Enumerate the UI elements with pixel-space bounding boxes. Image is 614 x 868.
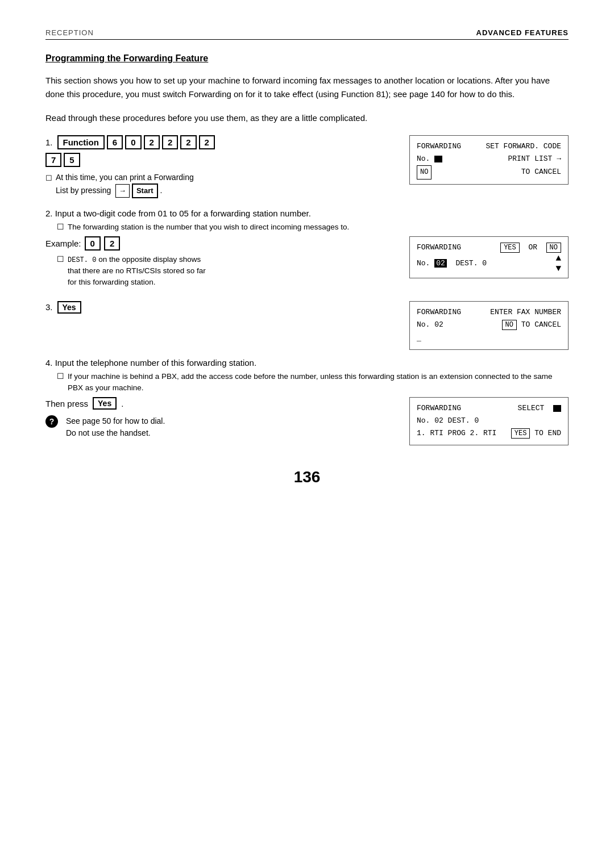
display3-row2: No. 02 NO TO CANCEL: [417, 319, 561, 331]
step4-subnote: ☐ If your machine is behind a PBX, add t…: [57, 371, 569, 394]
step3-label: 3. Yes: [45, 301, 392, 314]
step1-keys: 1. Function 6 0 2 2 2 2: [45, 135, 392, 149]
info-line1: See page 50 for how to dial.: [66, 416, 165, 425]
intro-paragraph: This section shows you how to set up you…: [45, 74, 569, 101]
step1-checkbox: ☐ At this time, you can print a Forwardi…: [45, 172, 392, 198]
start-key: Start: [132, 183, 158, 198]
step3-display: FORWARDING ENTER FAX NUMBER No. 02 NO TO…: [409, 301, 569, 350]
step4-text: Input the telephone number of this forwa…: [55, 358, 256, 368]
arrow-right-key: →: [115, 184, 130, 198]
display3-row1: FORWARDING ENTER FAX NUMBER: [417, 306, 561, 319]
display2-02: 02: [434, 259, 447, 268]
display4-select-row: SELECT: [518, 402, 561, 415]
step3-block: 3. Yes FORWARDING ENTER FAX NUMBER No. 0…: [45, 301, 569, 350]
display1-row1: FORWARDING SET FORWARD. CODE: [417, 140, 561, 153]
read-note: Read through these procedures before you…: [45, 111, 569, 125]
header-right: Advanced Features: [476, 28, 569, 37]
function-key: Function: [57, 135, 105, 149]
key-2c: 2: [180, 135, 196, 149]
display3-enter-fax: ENTER FAX NUMBER: [490, 306, 561, 319]
display3-no-box: NO: [502, 320, 517, 330]
step3-left: 3. Yes: [45, 301, 409, 314]
display3-no02: No. 02: [417, 319, 443, 331]
step4-number: 4.: [45, 358, 55, 368]
display2-yes-or-no: YES OR NO: [500, 241, 561, 254]
display3-no-cancel: NO TO CANCEL: [502, 319, 561, 331]
info-text: See page 50 for how to dial. Do not use …: [66, 415, 165, 439]
step3-number: 3.: [45, 302, 53, 312]
key-5: 5: [64, 153, 80, 167]
step1-block: 1. Function 6 0 2 2 2 2 7 5 ☐ At this ti…: [45, 135, 569, 201]
then-press-left: Then press Yes . ? See page 50 for how t…: [45, 397, 409, 439]
display2-forwarding: FORWARDING: [417, 241, 461, 254]
step1-number: 1.: [45, 137, 53, 147]
display1-no-box: NO: [417, 165, 432, 179]
display2-no02: No. 02 DEST. 0: [417, 257, 487, 270]
step2-number: 2.: [45, 208, 55, 218]
display3-forwarding: FORWARDING: [417, 306, 461, 319]
display1-forwarding: FORWARDING: [417, 140, 461, 153]
then-press-text: Then press: [45, 399, 88, 408]
info-icon: ?: [45, 415, 58, 428]
step4-subnote-text: If your machine is behind a PBX, add the…: [68, 371, 569, 394]
page: Reception Advanced Features Programming …: [0, 0, 614, 868]
section-title: Programming the Forwarding Feature: [45, 53, 569, 64]
checkbox-sym3: ☐: [57, 254, 64, 265]
yes-button: Yes: [57, 301, 81, 314]
step2-example-left: Example: 0 2 ☐ DEST. 0 on the opposite d…: [45, 236, 409, 292]
checkbox-sym2: ☐: [57, 222, 64, 233]
dest-note-text: DEST. 0 on the opposite display shows th…: [68, 254, 206, 289]
step1-left: 1. Function 6 0 2 2 2 2 7 5 ☐ At this ti…: [45, 135, 409, 201]
then-press-dot: .: [121, 399, 123, 408]
step2-subnote-text: The forwarding station is the number tha…: [68, 222, 349, 233]
page-header: Reception Advanced Features: [45, 28, 569, 40]
key-2d: 2: [199, 135, 215, 149]
then-press-yes: Yes: [93, 397, 117, 410]
step4-block: 4. Input the telephone number of this fo…: [45, 358, 569, 445]
display4-yes-box: YES: [511, 428, 530, 439]
checkbox-sym4: ☐: [57, 371, 64, 382]
example-key-0: 0: [85, 236, 101, 251]
step2-header: 2. Input a two-digit code from 01 to 05 …: [45, 208, 569, 218]
key-2a: 2: [144, 135, 160, 149]
display1-cursor: [434, 156, 442, 162]
arrow-col: ▲ ▼: [555, 254, 561, 273]
display1-row2: No. PRINT LIST →: [417, 153, 561, 165]
page-number: 136: [45, 468, 569, 486]
key-2b: 2: [162, 135, 178, 149]
yes-box-small: YES: [500, 243, 520, 253]
example-key-2: 2: [104, 236, 120, 251]
step2-display: FORWARDING YES OR NO No. 02 DEST. 0 ▲ ▼: [409, 236, 569, 278]
step4-display: FORWARDING SELECT No. 02 DEST. 0 1. RTI …: [409, 397, 569, 445]
checkbox-symbol: ☐: [45, 173, 52, 184]
key-7: 7: [45, 153, 61, 167]
display1-set-forward: SET FORWARD. CODE: [486, 140, 561, 153]
display1-to-cancel: TO CANCEL: [521, 166, 561, 178]
display4-no02dest: No. 02 DEST. 0: [417, 416, 479, 425]
display4-row2: No. 02 DEST. 0: [417, 415, 561, 427]
display1-no: No.: [417, 153, 442, 165]
example-row: Example: 0 2: [45, 236, 392, 251]
display4-cursor: [553, 405, 561, 412]
dest-note: ☐ DEST. 0 on the opposite display shows …: [57, 254, 392, 289]
display4-forwarding: FORWARDING: [417, 402, 461, 415]
display4-row1: FORWARDING SELECT: [417, 402, 561, 415]
display3-row3: _: [417, 332, 561, 345]
up-arrow-icon: ▲: [555, 254, 561, 263]
key-6: 6: [107, 135, 123, 149]
no-box-small: NO: [546, 243, 561, 253]
step2-subnote: ☐ The forwarding station is the number t…: [57, 222, 569, 233]
step1-display: FORWARDING SET FORWARD. CODE No. PRINT L…: [409, 135, 569, 185]
display4-rti: 1. RTI PROG 2. RTI: [417, 427, 496, 440]
step2-example-block: Example: 0 2 ☐ DEST. 0 on the opposite d…: [45, 236, 569, 292]
display1-row3: NO TO CANCEL: [417, 165, 561, 179]
display4-row3: 1. RTI PROG 2. RTI YES TO END: [417, 427, 561, 440]
step4-header: 4. Input the telephone number of this fo…: [45, 358, 569, 368]
display3-cursor: _: [417, 334, 421, 343]
display4-yes-to-end: YES TO END: [511, 427, 561, 440]
display2-row2: No. 02 DEST. 0 ▲ ▼: [417, 254, 561, 273]
then-press-row: Then press Yes . ? See page 50 for how t…: [45, 397, 569, 445]
display1-print-list: PRINT LIST →: [508, 153, 561, 165]
display2-row1: FORWARDING YES OR NO: [417, 241, 561, 254]
step1-subkeys: 7 5: [45, 153, 392, 167]
